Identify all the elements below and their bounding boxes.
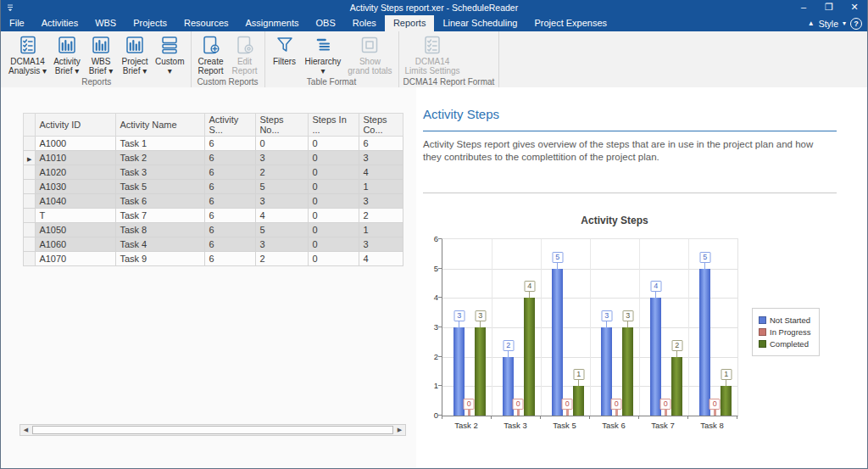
- row-gutter: [24, 209, 36, 223]
- table-cell: 6: [205, 137, 256, 151]
- table-cell: 1: [359, 223, 403, 237]
- ribbon-button-activity-brief[interactable]: Activity Brief ▾: [50, 33, 84, 75]
- legend-label: Not Started: [770, 315, 810, 325]
- ribbon-button-dcma14-limits-settings: DCMA14 Limits Settings: [402, 33, 464, 75]
- column-header-activity-s[interactable]: Activity S...: [205, 114, 256, 137]
- x-axis-tick: [737, 416, 737, 419]
- data-label: 0: [562, 399, 573, 410]
- table-cell: 3: [359, 151, 403, 165]
- label-leader-line: [566, 410, 569, 416]
- table-cell: 5: [256, 223, 309, 237]
- table-cell: 4: [359, 165, 403, 180]
- table-cell: 6: [205, 165, 256, 180]
- ribbon-button-hierarchy[interactable]: Hierarchy ▾: [302, 33, 345, 75]
- tab-projects[interactable]: Projects: [125, 15, 175, 31]
- x-axis-tick: [589, 416, 590, 419]
- tab-wbs[interactable]: WBS: [86, 15, 125, 31]
- table-cell: 6: [205, 194, 256, 209]
- ribbon-button-custom[interactable]: Custom ▾: [152, 33, 187, 75]
- ribbon-button-project-brief[interactable]: Project Brief ▾: [118, 33, 152, 75]
- checklist-icon: [18, 35, 38, 55]
- table-row[interactable]: A1030Task 56501: [24, 180, 403, 194]
- report-title: Activity Steps: [423, 107, 499, 121]
- x-axis-category-label: Task 2: [442, 421, 491, 430]
- tab-assignments[interactable]: Assignments: [237, 15, 308, 31]
- table-row[interactable]: A1000Task 16006: [24, 137, 403, 151]
- column-header-activity-id[interactable]: Activity ID: [36, 114, 116, 137]
- label-leader-line: [665, 410, 667, 416]
- gridline: [590, 239, 591, 416]
- bar-not-started-task-5: [552, 269, 563, 416]
- row-gutter: [24, 223, 36, 237]
- table-cell: 6: [205, 252, 256, 266]
- table-row[interactable]: A1040Task 66303: [24, 194, 403, 209]
- table-row[interactable]: TTask 76402: [24, 209, 403, 223]
- title-underline: [423, 131, 837, 131]
- scroll-left-icon[interactable]: ◀: [20, 425, 31, 435]
- tab-obs[interactable]: OBS: [308, 15, 344, 31]
- tab-activities[interactable]: Activities: [33, 15, 86, 31]
- table-row[interactable]: A1070Task 96204: [24, 252, 403, 266]
- ribbon-group-custom-reports: Create ReportEdit ReportCustom Reports: [192, 31, 265, 87]
- tab-linear-scheduling[interactable]: Linear Scheduling: [434, 15, 526, 31]
- x-axis-tick: [540, 416, 541, 419]
- legend-swatch: [759, 316, 766, 324]
- table-row[interactable]: A1020Task 36204: [24, 165, 403, 180]
- chart-title: Activity Steps: [428, 215, 801, 226]
- column-header-steps-no[interactable]: Steps No...: [256, 114, 309, 137]
- ribbon-button-create-report[interactable]: Create Report: [194, 33, 228, 75]
- column-header-steps-co[interactable]: Steps Co...: [359, 114, 403, 137]
- help-icon[interactable]: ?: [850, 18, 862, 30]
- ribbon-group-reports: DCMA14 Analysis ▾Activity Brief ▾WBS Bri…: [3, 31, 192, 87]
- main-content: Activity IDActivity NameActivity S...Ste…: [1, 87, 867, 468]
- scroll-right-icon[interactable]: ▶: [394, 425, 405, 435]
- ribbon: DCMA14 Analysis ▾Activity Brief ▾WBS Bri…: [1, 31, 867, 88]
- table-cell: 4: [256, 209, 309, 223]
- data-label: 2: [671, 340, 682, 351]
- label-leader-line: [578, 380, 579, 386]
- menu-tabs: FileActivitiesWBSProjectsResourcesAssign…: [1, 15, 615, 31]
- table-cell: T: [36, 209, 116, 223]
- table-row[interactable]: ▶A1010Task 26303: [24, 151, 403, 165]
- page-edit-icon: [235, 35, 255, 55]
- table-cell: Task 8: [116, 223, 205, 237]
- tab-file[interactable]: File: [1, 15, 33, 31]
- chart-plot: 303204501303402501: [442, 238, 738, 416]
- table-cell: A1050: [36, 223, 116, 237]
- column-header-steps-in[interactable]: Steps In ...: [309, 114, 359, 137]
- column-header-activity-name[interactable]: Activity Name: [116, 114, 205, 137]
- x-axis-category-label: Task 7: [638, 421, 687, 430]
- restore-button[interactable]: ❐: [816, 0, 842, 15]
- table-row[interactable]: A1060Task 46303: [24, 237, 403, 252]
- tab-reports[interactable]: Reports: [385, 15, 435, 31]
- table-cell: 3: [256, 151, 309, 165]
- ribbon-button-show-grand-totals: Show grand totals: [344, 33, 395, 75]
- horizontal-scrollbar[interactable]: ◀ ▶: [19, 424, 406, 436]
- data-label: 1: [573, 369, 584, 380]
- window-title: Activity Steps report.xer - ScheduleRead…: [1, 0, 867, 15]
- ribbon-button-wbs-brief[interactable]: WBS Brief ▾: [84, 33, 118, 75]
- ribbon-collapse-icon[interactable]: ▲: [808, 20, 815, 27]
- x-axis-category-label: Task 5: [540, 421, 589, 430]
- tab-resources[interactable]: Resources: [175, 15, 237, 31]
- ribbon-button-filters[interactable]: Filters: [268, 33, 302, 66]
- tab-roles[interactable]: Roles: [344, 15, 385, 31]
- table-row[interactable]: A1050Task 86501: [24, 223, 403, 237]
- tab-project-expenses[interactable]: Project Expenses: [526, 15, 615, 31]
- minimize-button[interactable]: –: [791, 0, 816, 15]
- ribbon-button-label: WBS Brief ▾: [89, 57, 113, 75]
- bar-chart-icon: [91, 35, 111, 55]
- table-cell: 6: [205, 151, 256, 165]
- bar-not-started-task-8: [699, 269, 710, 416]
- close-button[interactable]: ✕: [842, 0, 867, 15]
- style-button[interactable]: Style: [819, 19, 838, 29]
- table-cell: A1030: [36, 180, 116, 194]
- ribbon-button-dcma14-analysis[interactable]: DCMA14 Analysis ▾: [5, 33, 50, 75]
- page-plus-icon: [201, 35, 221, 55]
- legend-item-in-progress: In Progress: [759, 327, 811, 337]
- bar-completed-task-8: [721, 386, 732, 416]
- bar-completed-task-3: [524, 298, 535, 416]
- scroll-thumb[interactable]: [32, 426, 393, 434]
- style-dropdown-icon[interactable]: ▾: [843, 20, 846, 27]
- y-axis-tick-label: 4: [428, 293, 438, 302]
